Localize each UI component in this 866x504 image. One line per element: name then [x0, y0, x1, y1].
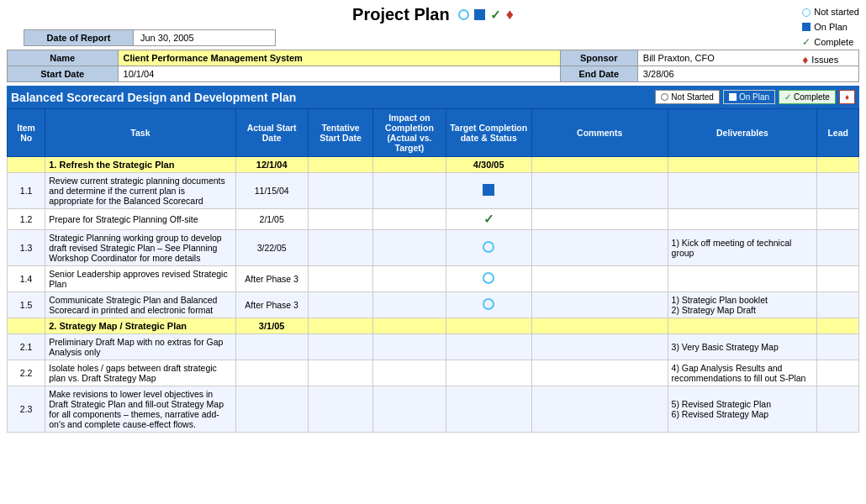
cell-impact [373, 173, 446, 209]
cell-lead [817, 266, 859, 292]
cell-actual-start [235, 360, 308, 386]
cell-item: 1.2 [8, 209, 45, 230]
cell-target [446, 230, 531, 266]
cell-tentative [308, 318, 373, 334]
th-deliverables: Deliverables [668, 109, 817, 157]
start-date-label: Start Date [8, 66, 119, 82]
cell-lead [817, 318, 859, 334]
section-title-text: Balanced Scorecard Design and Developmen… [11, 91, 296, 104]
cell-deliverables [668, 266, 817, 292]
status-check-icon: ✓ [483, 212, 494, 226]
main-table: Item No Task Actual Start Date Tentative… [7, 108, 859, 433]
info-table: Name Client Performance Management Syste… [7, 50, 859, 82]
date-value: Jun 30, 2005 [134, 30, 235, 45]
cell-item: 1.1 [8, 173, 45, 209]
cell-item: 1.4 [8, 266, 45, 292]
cell-deliverables [668, 173, 817, 209]
cell-actual-start: 12/1/04 [235, 157, 308, 173]
cell-deliverables: 1) Kick off meeting of technical group [668, 230, 817, 266]
diamond-legend-icon: ♦ [506, 6, 514, 24]
name-label: Name [8, 50, 119, 66]
top-legend: Not started On Plan ✓ Complete ♦ Issues [802, 5, 859, 70]
th-item-no: Item No [8, 109, 45, 157]
cell-tentative [308, 334, 373, 360]
th-target: Target Completion date & Status [446, 109, 531, 157]
page: Project Plan ✓ ♦ Not started On Plan ✓ C… [0, 0, 866, 438]
on-plan-button[interactable]: On Plan [723, 90, 775, 104]
th-task: Task [45, 109, 235, 157]
cell-task: Isolate holes / gaps between draft strat… [45, 360, 235, 386]
table-row: 2.3 Make revisions to lower level object… [8, 386, 859, 433]
section-title-bar: Balanced Scorecard Design and Developmen… [7, 86, 859, 108]
cell-item [8, 157, 45, 173]
cell-actual-start: After Phase 3 [235, 266, 308, 292]
cell-task: 2. Strategy Map / Strategic Plan [45, 318, 235, 334]
legend-not-started: Not started [802, 5, 859, 20]
cell-tentative [308, 157, 373, 173]
cell-tentative [308, 266, 373, 292]
cell-comments [531, 386, 668, 433]
end-date-label: End Date [560, 66, 637, 82]
cell-actual-start: After Phase 3 [235, 292, 308, 318]
cell-target: 4/30/05 [446, 157, 531, 173]
cell-target: ✓ [446, 209, 531, 230]
th-comments: Comments [531, 109, 668, 157]
table-row: 2.2 Isolate holes / gaps between draft s… [8, 360, 859, 386]
table-row: 1.3 Strategic Planning working group to … [8, 230, 859, 266]
sponsor-label: Sponsor [560, 50, 637, 66]
cell-impact [373, 266, 446, 292]
cell-lead [817, 209, 859, 230]
start-date-value: 10/1/04 [118, 66, 560, 82]
issues-button[interactable]: ♦ [839, 90, 855, 104]
cell-task: 1. Refresh the Strategic Plan [45, 157, 235, 173]
legend-on-plan: On Plan [802, 20, 859, 35]
cell-comments [531, 334, 668, 360]
cell-comments [531, 157, 668, 173]
cell-impact [373, 318, 446, 334]
cell-lead [817, 230, 859, 266]
cell-target [446, 266, 531, 292]
cell-target [446, 360, 531, 386]
legend-issues: ♦ Issues [802, 50, 859, 69]
cell-lead [817, 334, 859, 360]
table-row: 1.2 Prepare for Strategic Planning Off-s… [8, 209, 859, 230]
cell-item: 1.5 [8, 292, 45, 318]
cell-deliverables [668, 209, 817, 230]
page-title: Project Plan [352, 5, 450, 24]
cell-lead [817, 360, 859, 386]
name-value: Client Performance Management System [118, 50, 560, 66]
cell-impact [373, 360, 446, 386]
cell-target [446, 334, 531, 360]
th-lead: Lead [817, 109, 859, 157]
th-tentative-start: Tentative Start Date [308, 109, 373, 157]
cell-target [446, 173, 531, 209]
cell-tentative [308, 230, 373, 266]
cell-lead [817, 292, 859, 318]
cell-impact [373, 386, 446, 433]
table-header-row: Item No Task Actual Start Date Tentative… [8, 109, 859, 157]
cell-tentative [308, 386, 373, 433]
table-row: 1.1 Review current strategic planning do… [8, 173, 859, 209]
complete-button[interactable]: ✓ Complete [779, 90, 836, 104]
cell-lead [817, 386, 859, 433]
cell-comments [531, 292, 668, 318]
cell-lead [817, 173, 859, 209]
circle-legend-icon [458, 9, 469, 20]
cell-item: 2.1 [8, 334, 45, 360]
cell-actual-start: 3/22/05 [235, 230, 308, 266]
cell-deliverables [668, 157, 817, 173]
table-row: 2. Strategy Map / Strategic Plan 3/1/05 [8, 318, 859, 334]
status-buttons: Not Started On Plan ✓ Complete ♦ [655, 90, 855, 104]
status-square-icon [483, 184, 494, 196]
cell-actual-start [235, 334, 308, 360]
table-row: 1. Refresh the Strategic Plan 12/1/04 4/… [8, 157, 859, 173]
table-row: 1.5 Communicate Strategic Plan and Balan… [8, 292, 859, 318]
cell-comments [531, 266, 668, 292]
status-circle-icon [483, 298, 494, 310]
legend-icons: ✓ ♦ [458, 6, 514, 24]
square-legend-icon [474, 9, 485, 20]
cell-impact [373, 230, 446, 266]
check-legend-icon: ✓ [490, 8, 501, 23]
not-started-button[interactable]: Not Started [655, 90, 720, 104]
date-of-report-row: Date of Report Jun 30, 2005 [24, 29, 276, 46]
